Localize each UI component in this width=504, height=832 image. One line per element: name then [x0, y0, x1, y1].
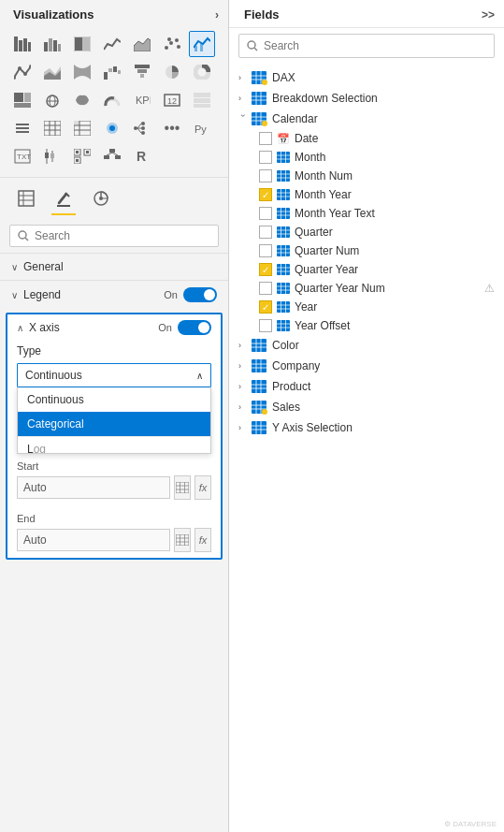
quarter-year-num-checkbox[interactable]	[259, 282, 272, 295]
svg-text:12: 12	[167, 96, 177, 106]
month-year-text-checkbox[interactable]	[259, 207, 272, 220]
viz-icon-treemap[interactable]	[9, 87, 36, 113]
viz-icon-ribbon[interactable]	[69, 59, 95, 85]
group-company-header[interactable]: › Company	[229, 356, 504, 376]
item-date[interactable]: 📅 Date	[229, 129, 504, 148]
viz-icon-line-clustered[interactable]	[189, 31, 215, 57]
visualizations-expand-icon[interactable]: ›	[215, 8, 219, 22]
viz-icon-funnel[interactable]	[129, 59, 155, 85]
viz-icon-matrix[interactable]	[69, 115, 95, 141]
month-year-checkbox[interactable]: ✓	[259, 188, 272, 201]
viz-icon-clustered-bar[interactable]	[39, 31, 65, 57]
viz-icon-candlestick[interactable]	[39, 143, 65, 169]
year-offset-checkbox[interactable]	[259, 319, 272, 332]
start-fx-btn[interactable]: fx	[194, 475, 211, 500]
month-checkbox[interactable]	[259, 151, 272, 164]
dropdown-item-continuous[interactable]: Continuous	[18, 387, 210, 412]
viz-icon-waterfall[interactable]	[99, 59, 125, 85]
viz-icon-pie[interactable]	[159, 59, 185, 85]
viz-icon-azure-map[interactable]	[99, 115, 125, 141]
svg-rect-136	[277, 189, 290, 200]
item-year-offset[interactable]: Year Offset	[229, 316, 504, 335]
viz-icon-100percent-bar[interactable]	[69, 31, 95, 57]
group-yaxis-header[interactable]: › Y Axis Selection	[229, 417, 504, 438]
viz-icon-filled-map[interactable]	[69, 87, 95, 113]
viz-icon-line-chart[interactable]	[99, 31, 125, 57]
viz-icon-slicer[interactable]	[9, 115, 36, 141]
viz-icon-donut[interactable]	[189, 59, 215, 85]
quarter-year-checkbox[interactable]: ✓	[259, 263, 272, 276]
svg-rect-131	[277, 170, 290, 182]
date-checkbox[interactable]	[259, 132, 272, 145]
viz-icon-txt[interactable]: TXT	[9, 143, 36, 169]
viz-icon-scatter-chart[interactable]	[159, 31, 185, 57]
viz-icon-multirow-card[interactable]	[189, 87, 215, 113]
viz-icon-area-chart[interactable]	[129, 31, 155, 57]
viz-icon-r-visual[interactable]: R	[129, 143, 155, 169]
item-quarter-year[interactable]: ✓ Quarter Year	[229, 260, 504, 279]
start-input[interactable]	[17, 476, 170, 499]
legend-toggle[interactable]	[183, 287, 217, 302]
end-table-btn[interactable]	[174, 528, 191, 552]
fields-tool-btn[interactable]	[11, 183, 41, 213]
start-table-btn[interactable]	[174, 475, 191, 500]
item-year[interactable]: ✓ Year	[229, 298, 504, 316]
svg-point-21	[23, 72, 27, 76]
group-product-header[interactable]: › Product	[229, 376, 504, 397]
format-tools-row	[0, 177, 228, 219]
legend-chevron[interactable]: ∨	[11, 290, 18, 300]
dax-chevron: ›	[238, 73, 248, 82]
group-breakdown-header[interactable]: › Breakdown Selection	[229, 88, 504, 109]
type-dropdown[interactable]: Continuous ∧	[17, 363, 211, 387]
viz-icon-kpi[interactable]: KPI	[129, 87, 155, 113]
year-checkbox[interactable]: ✓	[259, 300, 272, 314]
right-search-input[interactable]	[264, 39, 486, 52]
format-tool-btn[interactable]	[49, 183, 79, 213]
group-color-header[interactable]: › Color	[229, 335, 504, 356]
xaxis-toggle[interactable]	[178, 320, 211, 335]
item-quarter-num[interactable]: Quarter Num	[229, 241, 504, 260]
svg-line-110	[254, 48, 257, 51]
viz-icon-card[interactable]: 12	[159, 87, 185, 113]
month-num-checkbox[interactable]	[259, 169, 272, 182]
fields-expand-icon[interactable]: >>	[482, 8, 495, 22]
dropdown-item-log-partial[interactable]: Log	[18, 436, 210, 453]
viz-icon-decomp-tree[interactable]	[129, 115, 155, 141]
viz-icon-table[interactable]	[39, 115, 65, 141]
item-month-num[interactable]: Month Num	[229, 167, 504, 185]
analytics-tool-btn[interactable]	[86, 183, 116, 213]
viz-icon-gauge[interactable]	[99, 87, 125, 113]
item-month-year-text[interactable]: Month Year Text	[229, 204, 504, 223]
left-search-input[interactable]	[35, 229, 210, 242]
viz-icon-map[interactable]	[39, 87, 65, 113]
yaxis-table-icon	[252, 421, 266, 434]
viz-icon-line2[interactable]	[9, 59, 36, 85]
viz-icon-stacked-bar[interactable]	[9, 31, 36, 57]
viz-icon-area2[interactable]	[39, 59, 65, 85]
viz-icon-hierarchy[interactable]	[99, 143, 125, 169]
item-quarter[interactable]: Quarter	[229, 223, 504, 241]
end-fx-btn[interactable]: fx	[194, 528, 211, 552]
xaxis-header[interactable]: ∧ X axis On	[7, 314, 221, 341]
group-calendar-header[interactable]: › Calendar	[229, 109, 504, 129]
item-month-year[interactable]: ✓ Month Year	[229, 185, 504, 204]
svg-rect-126	[277, 152, 290, 163]
item-quarter-year-num[interactable]: Quarter Year Num ⚠	[229, 279, 504, 298]
group-dax-header[interactable]: › DAX	[229, 67, 504, 88]
quarter-year-icon	[276, 263, 291, 276]
quarter-num-checkbox[interactable]	[259, 244, 272, 257]
viz-icon-python[interactable]: Py	[189, 115, 215, 141]
general-header[interactable]: ∨ General	[0, 254, 228, 280]
company-chevron: ›	[238, 361, 248, 371]
svg-rect-78	[86, 151, 89, 153]
group-sales-header[interactable]: › Sales	[229, 397, 504, 417]
quarter-checkbox[interactable]	[259, 226, 272, 239]
dax-icon-wrap	[252, 71, 266, 84]
item-month[interactable]: Month	[229, 148, 504, 167]
dropdown-item-categorical[interactable]: Categorical	[18, 412, 210, 436]
svg-point-63	[141, 126, 145, 130]
svg-rect-99	[176, 482, 189, 493]
end-input[interactable]	[17, 529, 170, 551]
viz-icon-more[interactable]: •••	[159, 115, 185, 141]
viz-icon-qr[interactable]	[69, 143, 95, 169]
